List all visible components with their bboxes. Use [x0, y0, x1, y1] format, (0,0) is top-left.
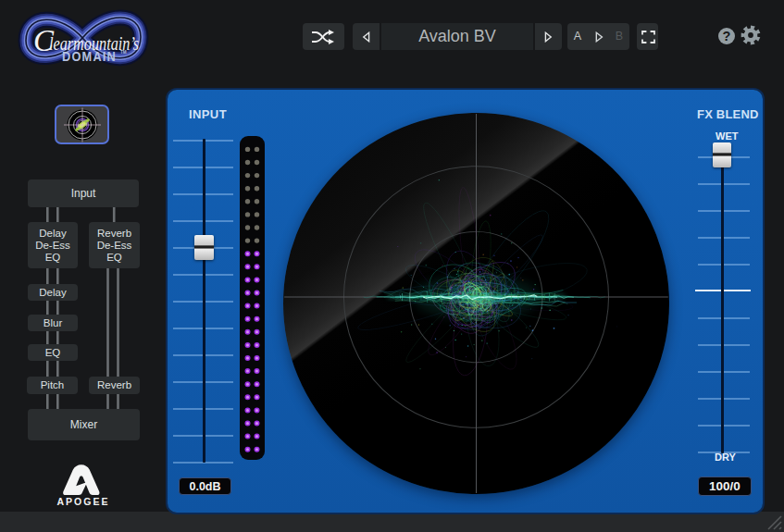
svg-text:TM: TM — [120, 50, 127, 55]
svg-text:?: ? — [723, 29, 731, 43]
svg-text:DOMAIN: DOMAIN — [62, 49, 117, 64]
